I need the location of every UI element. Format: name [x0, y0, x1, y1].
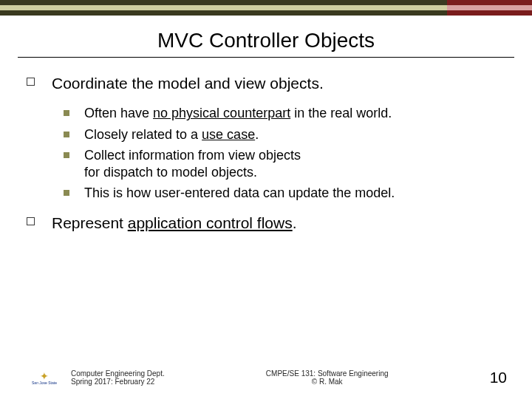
square-outline-icon [27, 78, 35, 86]
slide: MVC Controller Objects Coordinate the mo… [0, 0, 532, 399]
bullet-coordinate: Coordinate the model and view objects. O… [27, 74, 505, 202]
footer: ✦ San Jose State Computer Engineering De… [0, 366, 532, 389]
title-rule [18, 57, 514, 58]
text-underline: application control flows [128, 214, 293, 231]
outline-level-2: Often have no physical counterpart in th… [64, 105, 505, 202]
footer-copyright: © R. Mak [165, 378, 490, 386]
square-fill-icon [64, 152, 69, 158]
text-pre: Often have [84, 106, 153, 120]
square-fill-icon [64, 190, 69, 196]
bullet-control-flows: Represent application control flows. [27, 214, 505, 233]
square-outline-icon [27, 217, 35, 225]
page-number: 10 [490, 369, 507, 386]
text: Collect information from view objects fo… [84, 148, 301, 180]
square-fill-icon [64, 132, 69, 137]
decorative-top-bars [0, 0, 532, 16]
text-underline: use case [202, 127, 255, 142]
bar-dark-2 [0, 10, 532, 16]
footer-course: CMPE/SE 131: Software Engineering [165, 369, 490, 378]
bar-dark [0, 0, 532, 5]
text-pre: Closely related to a [84, 127, 202, 142]
content-area: Coordinate the model and view objects. O… [0, 74, 532, 233]
logo-text: San Jose State [32, 381, 57, 385]
footer-dept: Computer Engineering Dept. [71, 369, 165, 378]
text-post: . [255, 127, 259, 142]
slide-title: MVC Controller Objects [0, 29, 532, 52]
text: This is how user-entered data can update… [84, 185, 395, 200]
subbullet-collect-info: Collect information from view objects fo… [64, 147, 505, 180]
footer-left: Computer Engineering Dept. Spring 2017: … [71, 369, 165, 386]
subbullet-update-model: This is how user-entered data can update… [64, 185, 505, 202]
subbullet-use-case: Closely related to a use case. [64, 126, 505, 143]
text-post: in the real world. [290, 106, 392, 120]
logo-sjsu: ✦ San Jose State [30, 366, 59, 389]
text-post: . [293, 214, 297, 231]
footer-center: CMPE/SE 131: Software Engineering © R. M… [165, 369, 490, 386]
footer-date: Spring 2017: February 22 [71, 378, 165, 386]
subbullet-no-counterpart: Often have no physical counterpart in th… [64, 105, 505, 122]
spartan-icon: ✦ [40, 371, 49, 381]
text-underline: no physical counterpart [153, 106, 290, 120]
square-fill-icon [64, 110, 69, 116]
bullet-text: Coordinate the model and view objects. [52, 75, 324, 92]
bar-light [0, 5, 532, 10]
outline-level-1: Coordinate the model and view objects. O… [27, 74, 505, 233]
text-pre: Represent [52, 214, 128, 231]
